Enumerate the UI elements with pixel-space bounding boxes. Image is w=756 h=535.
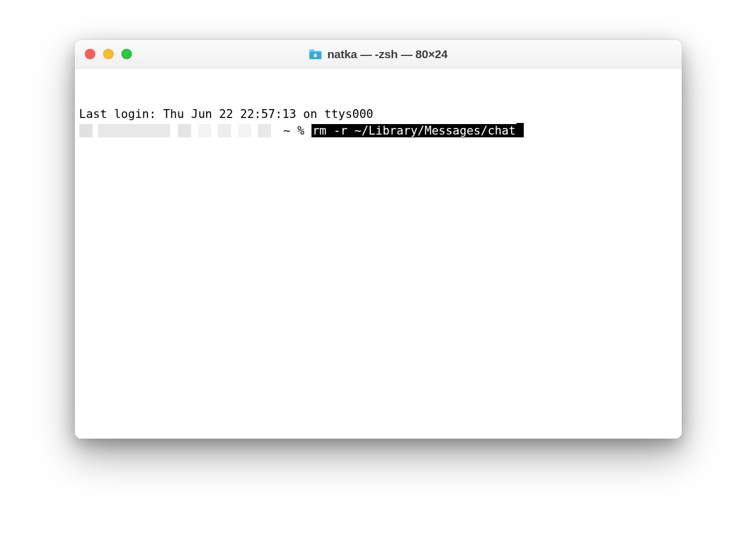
command-input[interactable]: rm -r ~/Library/Messages/chat [311,124,517,137]
svg-rect-0 [314,54,317,57]
svg-rect-1 [315,53,316,55]
title-area: natka — -zsh — 80×24 [75,48,682,61]
window-title: natka — -zsh — 80×24 [327,48,447,61]
cursor [517,123,524,137]
traffic-lights [85,49,132,59]
minimize-button[interactable] [103,49,114,59]
terminal-window: natka — -zsh — 80×24 Last login: Thu Jun… [75,40,682,439]
redacted-hostname [79,124,271,137]
prompt-symbol: ~ % [277,124,311,137]
titlebar[interactable]: natka — -zsh — 80×24 [75,40,682,69]
close-button[interactable] [85,49,95,59]
maximize-button[interactable] [121,49,132,59]
prompt-line: ~ % rm -r ~/Library/Messages/chat [79,122,677,139]
terminal-body[interactable]: Last login: Thu Jun 22 22:57:13 on ttys0… [75,69,682,439]
folder-icon [308,48,323,60]
last-login-line: Last login: Thu Jun 22 22:57:13 on ttys0… [79,106,677,122]
